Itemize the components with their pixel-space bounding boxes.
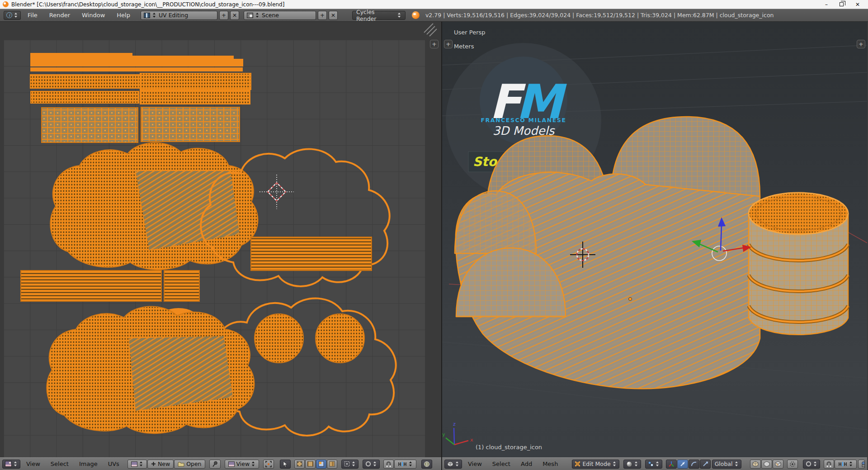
uv-select-edge-button[interactable] <box>305 460 316 469</box>
edit-mode-icon <box>575 461 580 467</box>
rotate-manipulator-button[interactable] <box>689 460 699 469</box>
minimize-button[interactable]: – <box>825 2 828 7</box>
chevron-updown-icon <box>152 13 156 18</box>
manipulator-toggle-button[interactable] <box>666 460 677 469</box>
chevron-updown-icon <box>255 13 259 18</box>
pin-image-button[interactable] <box>209 460 221 469</box>
vp-menu-select[interactable]: Select <box>488 461 515 467</box>
chevron-updown-icon <box>251 461 255 466</box>
sticky-select-icon <box>344 461 350 467</box>
uv-menu-uvs[interactable]: UVs <box>104 461 124 467</box>
backface-visibility-buttons <box>750 460 783 469</box>
close-layout-button[interactable]: ✕ <box>230 11 239 20</box>
vp-menu-add[interactable]: Add <box>516 461 537 467</box>
viewport-canvas[interactable]: F M FRANCESCO MILANESE 3D Models Stock M… <box>442 22 867 457</box>
viewport-shading-dropdown[interactable] <box>623 460 641 469</box>
scene-selector[interactable]: Scene <box>244 11 316 20</box>
mode-selector[interactable]: Edit Mode <box>572 460 619 469</box>
uv-island-striped-rect-center <box>251 237 372 271</box>
pin-icon <box>212 461 218 467</box>
uv-island-dotted-circles <box>255 314 364 363</box>
chevron-updown-icon <box>634 461 638 466</box>
center-view-button[interactable] <box>263 460 274 469</box>
screen-layout-selector[interactable]: UV Editing <box>141 11 217 20</box>
blender-logo-icon <box>412 11 420 19</box>
open-image-button[interactable]: Open <box>174 460 205 469</box>
uv-editor-header: View Select Image UVs New Open <box>0 457 441 470</box>
menu-help[interactable]: Help <box>112 12 135 19</box>
uv-canvas[interactable]: + <box>0 22 441 457</box>
viewport-3d: F M FRANCESCO MILANESE 3D Models Stock M… <box>442 22 867 470</box>
uv-select-vertex-button[interactable] <box>294 460 305 469</box>
uv-proportional-edit-dropdown[interactable] <box>363 460 380 469</box>
menu-file[interactable]: File <box>23 12 42 19</box>
region-resize-grip[interactable] <box>424 24 437 36</box>
image-datablock-browser[interactable] <box>127 460 147 469</box>
scale-manipulator-button[interactable] <box>700 460 711 469</box>
select-mode-dropdown[interactable] <box>645 460 662 469</box>
expand-region-button[interactable]: + <box>857 40 865 48</box>
render-preview-button[interactable] <box>858 460 865 469</box>
uv-menu-view[interactable]: View <box>22 461 45 467</box>
uv-2d-cursor <box>259 175 294 209</box>
image-selector-dropdown[interactable]: View <box>225 460 259 469</box>
uv-select-island-button[interactable] <box>327 460 337 469</box>
add-layout-button[interactable]: + <box>219 11 228 20</box>
proportional-edit-dropdown[interactable] <box>803 460 820 469</box>
mini-axis-gizmo: z y x <box>442 421 473 445</box>
uv-islands-graphic <box>0 22 441 457</box>
close-scene-button[interactable]: ✕ <box>329 11 338 20</box>
restore-button[interactable] <box>840 2 844 6</box>
chevron-updown-icon <box>849 461 853 466</box>
uv-menu-select[interactable]: Select <box>46 461 73 467</box>
orientation-label: Global <box>715 461 733 467</box>
uv-select-face-button[interactable] <box>316 460 326 469</box>
screen-layout-name: UV Editing <box>159 12 188 19</box>
translate-manipulator-button[interactable] <box>677 460 688 469</box>
close-button[interactable]: ✕ <box>855 2 860 7</box>
transform-orientation-dropdown[interactable]: Global <box>712 460 741 469</box>
snap-increment-icon <box>398 461 407 467</box>
chevron-updown-icon <box>455 461 459 466</box>
menu-window[interactable]: Window <box>77 12 110 19</box>
chevron-updown-icon <box>14 461 18 466</box>
shading-solid-button[interactable] <box>773 460 783 469</box>
uv-snap-toggle[interactable] <box>383 460 394 469</box>
new-image-button[interactable]: New <box>147 460 174 469</box>
proportional-edit-icon <box>365 461 371 467</box>
expand-region-button[interactable]: + <box>444 40 453 48</box>
uv-draw-other-objects-toggle[interactable] <box>421 460 432 469</box>
snap-increment-icon <box>838 461 847 467</box>
rotate-arc-icon <box>691 461 697 467</box>
scale-icon <box>702 461 708 467</box>
snap-toggle[interactable] <box>824 460 834 469</box>
sticky-selection-dropdown[interactable] <box>341 460 359 469</box>
image-icon <box>228 461 235 467</box>
uv-island-checker-strips <box>30 73 251 104</box>
expand-region-button[interactable]: + <box>430 40 439 48</box>
snap-target-dropdown[interactable] <box>835 460 857 469</box>
scene-name: Scene <box>262 12 279 19</box>
editor-type-selector[interactable] <box>444 460 462 469</box>
vp-menu-view[interactable]: View <box>463 461 486 467</box>
mode-label: Edit Mode <box>582 461 610 467</box>
uv-snap-target-dropdown[interactable] <box>394 460 416 469</box>
shading-textured-button[interactable] <box>761 460 772 469</box>
uv-menu-image[interactable]: Image <box>75 461 102 467</box>
render-engine-selector[interactable]: Cycles Render <box>352 11 406 20</box>
plus-icon <box>151 461 156 466</box>
occlude-geometry-button[interactable] <box>787 460 798 469</box>
face-mode-icon <box>318 461 324 467</box>
editor-type-selector[interactable] <box>2 460 20 469</box>
limit-select-visible-button[interactable] <box>750 460 761 469</box>
vp-menu-mesh[interactable]: Mesh <box>538 461 562 467</box>
camera-icon <box>860 461 865 467</box>
viewport-view-name: User Persp <box>454 29 486 36</box>
image-selector-label: View <box>236 461 250 467</box>
cylinder-stack-mesh <box>749 193 848 335</box>
add-scene-button[interactable]: + <box>318 11 327 20</box>
menu-render[interactable]: Render <box>44 12 75 19</box>
editor-type-info-button[interactable]: i <box>4 11 21 20</box>
chevron-updown-icon <box>813 461 817 466</box>
uv-sync-selection-toggle[interactable] <box>280 460 291 469</box>
